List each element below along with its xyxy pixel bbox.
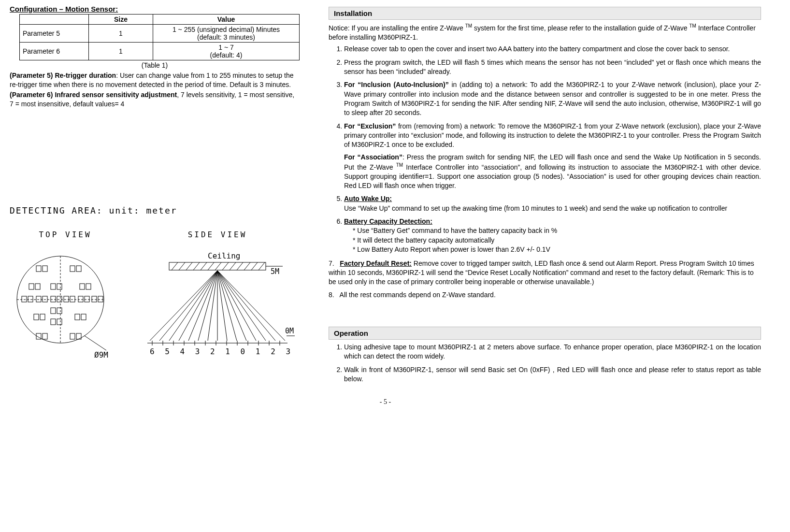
install-step-4: For “Exclusion” from (removing from) a n… [344,122,761,191]
svg-line-59 [188,271,217,341]
svg-line-42 [186,262,192,270]
cell-size: 1 [89,25,153,43]
svg-line-50 [244,262,250,270]
detecting-area-diagram: DETECTING AREA: unit: meter TOP VIEW [10,205,300,370]
svg-line-49 [237,262,243,270]
side-view-icon: Ceiling 5M [140,244,295,370]
svg-line-68 [217,271,275,341]
svg-line-37 [85,336,106,350]
svg-line-66 [217,271,256,341]
svg-line-64 [217,271,237,341]
svg-rect-7 [29,284,34,289]
config-heading: Configuration – Motion Sensor: [10,5,300,13]
svg-rect-39 [169,262,266,270]
svg-line-46 [215,262,221,270]
svg-rect-6 [76,266,81,272]
svg-rect-22 [98,296,103,302]
cell-param-name: Parameter 6 [20,43,89,60]
svg-line-51 [251,262,258,270]
operation-steps: Using adhesive tape to mount M360PIRZ-1 … [329,343,761,384]
svg-line-58 [179,271,217,341]
svg-rect-28 [57,319,62,325]
svg-rect-5 [70,266,75,272]
svg-rect-9 [80,284,85,289]
installation-steps: Release cover tab to open the cover and … [329,44,761,254]
cell-value: 1 ~ 7(default: 4) [153,43,300,60]
svg-rect-19 [78,296,83,302]
svg-rect-23 [51,284,56,289]
install-step-6: Battery Capacity Detection: * Use “Batte… [344,217,761,254]
svg-text:5M: 5M [271,267,279,276]
svg-line-48 [230,262,236,270]
svg-line-57 [169,271,217,341]
install-step-3: For “Inclusion (Auto-Inclusion)” in (add… [344,80,761,117]
config-table: Size Value Parameter 5 1 1 ~ 255 (unsign… [19,14,300,60]
svg-line-47 [222,262,229,270]
svg-line-43 [193,262,200,270]
svg-line-44 [201,262,207,270]
svg-rect-34 [43,333,47,339]
side-view-label: SIDE VIEW [140,230,295,239]
svg-rect-30 [40,314,45,320]
install-step-5: Auto Wake Up: Use “Wake Up” command to s… [344,194,761,213]
cell-param-name: Parameter 5 [20,25,89,43]
svg-rect-31 [75,314,80,320]
svg-line-65 [217,271,246,341]
table-header-size: Size [89,14,153,25]
svg-line-56 [159,271,217,341]
svg-text:0M: 0M [285,327,294,335]
top-view-icon: Ø9M [10,244,121,370]
installation-notice: Notice: If you are installing the entire… [329,23,761,42]
diameter-label: Ø9M [94,350,108,359]
svg-rect-18 [70,296,75,302]
svg-rect-17 [64,296,69,302]
operation-step-1: Using adhesive tape to mount M360PIRZ-1 … [344,343,761,361]
svg-line-63 [217,271,227,341]
svg-rect-3 [36,266,41,272]
param6-desc: (Parameter 6) Infrared sensor sensitivit… [10,90,300,109]
operation-header: Operation [329,327,761,340]
table-header-value: Value [153,14,300,25]
svg-line-67 [217,271,266,341]
svg-rect-8 [35,284,40,289]
svg-rect-10 [86,284,91,289]
svg-line-45 [208,262,214,270]
svg-line-40 [172,262,178,270]
svg-rect-29 [34,314,39,320]
svg-rect-27 [51,319,56,325]
svg-rect-26 [57,308,62,314]
svg-text:Ceiling: Ceiling [208,251,240,260]
table-row: Parameter 6 1 1 ~ 7(default: 4) [20,43,300,60]
page-number: - 5 - [10,398,761,406]
operation-step-2: Walk in front of M360PIRZ-1, sensor will… [344,365,761,384]
table-row: Parameter 5 1 1 ~ 255 (unsigned decimal)… [20,25,300,43]
svg-rect-4 [43,266,47,272]
svg-rect-21 [92,296,97,302]
diagram-title: DETECTING AREA: unit: meter [10,205,300,216]
svg-rect-16 [57,296,62,302]
install-step-1: Release cover tab to open the cover and … [344,44,761,54]
svg-line-60 [198,271,217,341]
svg-rect-14 [43,296,47,302]
svg-line-55 [150,271,217,341]
svg-line-52 [259,262,265,270]
svg-rect-13 [36,296,41,302]
table-header-blank [20,14,89,25]
installation-header: Installation [329,7,761,20]
install-step-2: Press the program switch, the LED will f… [344,58,761,77]
install-step-7: 7. Factory Default Reset: Remove cover t… [329,259,761,287]
svg-rect-25 [51,308,56,314]
svg-text:6 5 4 3 2 1 0 1 2 3 4 5 6M: 6 5 4 3 2 1 0 1 2 3 4 5 6M [150,347,295,356]
svg-rect-24 [57,284,62,289]
svg-point-0 [17,256,104,343]
top-view-label: TOP VIEW [10,230,121,239]
svg-rect-11 [22,296,27,302]
svg-rect-32 [81,314,86,320]
svg-line-61 [208,271,217,341]
svg-line-69 [217,271,285,341]
svg-rect-35 [70,333,75,339]
param5-desc: (Parameter 5) Re-trigger duration: User … [10,71,300,89]
cell-size: 1 [89,43,153,60]
table-caption: (Table 1) [10,61,300,69]
svg-line-41 [179,262,185,270]
